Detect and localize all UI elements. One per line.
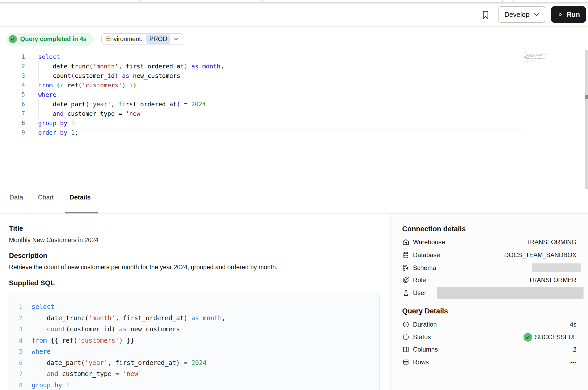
line-number: 9 <box>0 128 25 137</box>
code-line: 1select <box>0 52 588 62</box>
line-number: 6 <box>19 357 32 369</box>
line-number: 5 <box>19 346 32 357</box>
connection-row-user: User <box>402 287 576 299</box>
line-number: 7 <box>19 368 32 380</box>
tab-details[interactable]: Details <box>69 194 91 201</box>
code-line: 2 date_trunc('month', first_ordered_at) … <box>0 62 588 71</box>
line-number: 3 <box>0 71 25 81</box>
redacted-user-value <box>437 287 584 299</box>
check-circle-icon <box>524 333 532 342</box>
connection-details-heading: Connection details <box>402 225 466 233</box>
line-number: 2 <box>0 62 25 71</box>
query-row-duration: Duration 4s <box>402 318 576 331</box>
code-line: 1select <box>19 301 379 313</box>
line-number: 4 <box>19 335 32 346</box>
role-value: TRANSFORMER <box>529 277 576 284</box>
columns-icon <box>402 346 410 353</box>
line-number: 1 <box>0 52 25 62</box>
play-icon <box>557 11 564 18</box>
connection-row-database: Database DOCS_TEAM_SANDBOX <box>402 249 576 261</box>
tabs-top-divider <box>0 186 588 186</box>
query-row-status: Status SUCCESSFUL <box>402 331 576 343</box>
develop-dropdown-button[interactable]: Develop <box>498 6 545 23</box>
query-row-rows: Rows --- <box>402 356 576 368</box>
browser-tab-strip <box>0 0 588 3</box>
tab-chart[interactable]: Chart <box>38 194 54 201</box>
code-line: 4from {{ ref('customers') }} <box>19 335 379 346</box>
tab-divider <box>139 0 140 2</box>
database-value: DOCS_TEAM_SANDBOX <box>504 252 576 259</box>
user-icon <box>402 289 410 297</box>
tab-data[interactable]: Data <box>9 194 23 201</box>
app-window: Develop Run Query completed in 4s Enviro… <box>0 0 588 390</box>
supplied-sql-code-block: 1select2 date_trunc('month', first_order… <box>9 293 380 390</box>
database-icon <box>402 251 410 259</box>
code-line: 3 count(customer_id) as new_customers <box>0 71 588 81</box>
line-number: 5 <box>0 90 25 99</box>
query-status-text: Query completed in 4s <box>20 36 87 43</box>
code-line: 7 and customer_type = 'new' <box>19 368 379 380</box>
tab-divider <box>54 0 54 2</box>
line-number: 8 <box>19 380 32 390</box>
code-line: order by 1; <box>524 62 556 63</box>
code-line: 2 date_trunc('month', first_ordered_at) … <box>19 313 379 324</box>
editor-minimap[interactable]: select date_trunc('month', first_ordered… <box>524 52 559 71</box>
description-value: Retrieve the count of new customers per … <box>9 264 277 271</box>
code-line: 5where <box>19 346 379 357</box>
line-number: 4 <box>0 81 25 90</box>
description-heading: Description <box>9 252 47 260</box>
warehouse-icon <box>402 238 410 246</box>
role-icon <box>402 276 410 284</box>
code-line: 3 count(customer_id) as new_customers <box>19 324 379 335</box>
duration-value: 4s <box>570 321 576 328</box>
code-line: 4from {{ ref('customers') }} <box>0 81 588 90</box>
warehouse-value: TRANSFORMING <box>526 239 576 246</box>
redacted-schema-value <box>532 263 581 272</box>
tab-divider <box>502 0 503 2</box>
title-value: Monthly New Customers in 2024 <box>9 237 98 244</box>
line-number: 6 <box>0 99 25 109</box>
tab-strip-shadow <box>0 3 588 4</box>
code-line: 5where <box>0 90 588 99</box>
query-status-badge: Query completed in 4s <box>6 33 93 46</box>
columns-value: 2 <box>573 346 576 353</box>
connection-row-warehouse: Warehouse TRANSFORMING <box>402 236 576 248</box>
tab-divider <box>262 0 263 2</box>
connection-row-role: Role TRANSFORMER <box>402 274 576 286</box>
title-heading: Title <box>9 224 23 233</box>
line-number: 7 <box>0 109 25 118</box>
tab-divider <box>348 0 348 2</box>
rows-value: --- <box>570 359 576 366</box>
develop-label: Develop <box>504 11 529 19</box>
run-label: Run <box>567 11 580 19</box>
status-value: SUCCESSFUL <box>535 334 576 341</box>
bookmark-icon[interactable] <box>481 10 490 20</box>
line-number: 1 <box>19 301 32 313</box>
line-number: 3 <box>19 324 32 335</box>
code-line: 6 date_part('year', first_ordered_at) = … <box>19 357 379 369</box>
check-circle-icon <box>9 35 17 43</box>
connection-row-schema: Schema <box>402 262 576 274</box>
chevron-down-icon <box>534 13 539 16</box>
sql-editor[interactable]: 1select2 date_trunc('month', first_order… <box>0 52 588 137</box>
editor-scrollbar[interactable] <box>585 50 588 189</box>
status-icon <box>402 333 410 341</box>
environment-selector[interactable]: Environment: PROD <box>101 33 183 45</box>
header-divider <box>0 26 588 27</box>
tab-divider <box>513 0 514 2</box>
rows-icon <box>402 358 410 366</box>
scrollbar-thumb[interactable] <box>585 95 588 99</box>
environment-value-chip: PROD <box>146 34 170 44</box>
run-button[interactable]: Run <box>551 6 586 23</box>
query-row-columns: Columns 2 <box>402 343 576 356</box>
duration-icon <box>402 321 410 328</box>
chevron-down-icon <box>174 38 178 41</box>
environment-label: Environment: <box>106 36 142 43</box>
schema-icon <box>402 264 410 272</box>
query-details-heading: Query Details <box>402 307 448 315</box>
supplied-sql-heading: Supplied SQL <box>9 279 55 287</box>
code-line: 8group by 1 <box>0 118 588 128</box>
code-line: 6 date_part('year', first_ordered_at) = … <box>0 99 588 109</box>
code-line: 8group by 1 <box>19 380 379 390</box>
line-number: 8 <box>0 118 25 128</box>
